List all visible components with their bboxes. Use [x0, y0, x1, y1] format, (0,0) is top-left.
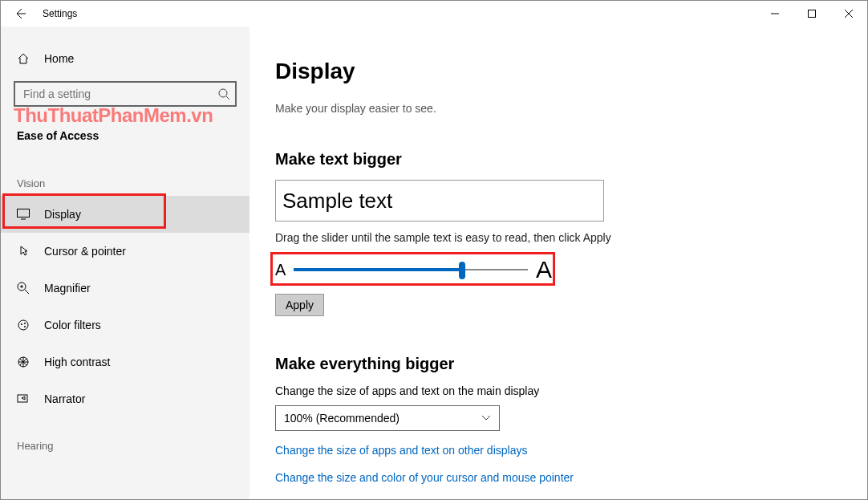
svg-line-5 — [226, 96, 229, 100]
search-box[interactable] — [14, 81, 237, 107]
slider-track[interactable] — [294, 268, 528, 271]
sidebar-item-label: Magnifier — [44, 282, 91, 295]
back-button[interactable] — [1, 1, 39, 26]
chevron-down-icon — [481, 413, 491, 424]
section-make-everything-bigger-heading: Make everything bigger — [275, 355, 867, 373]
slider-max-label: A — [536, 256, 552, 283]
sidebar-item-label: Cursor & pointer — [44, 245, 126, 258]
sidebar-item-label: High contrast — [44, 356, 110, 368]
sidebar-item-narrator[interactable]: Narrator — [1, 380, 249, 417]
sidebar-item-color-filters[interactable]: Color filters — [1, 307, 249, 343]
sidebar-item-label: Display — [44, 208, 81, 221]
scale-dropdown-value: 100% (Recommended) — [284, 412, 400, 425]
apply-button[interactable]: Apply — [275, 294, 324, 316]
search-input[interactable] — [15, 83, 235, 105]
sidebar-item-high-contrast[interactable]: High contrast — [1, 343, 249, 380]
window-title: Settings — [43, 8, 77, 19]
link-other-displays[interactable]: Change the size of apps and text on othe… — [275, 444, 867, 457]
magnifier-icon — [17, 282, 30, 295]
content-area: Display Make your display easier to see.… — [249, 26, 867, 499]
maximize-icon — [808, 10, 816, 18]
slider-track-rest — [462, 269, 528, 270]
sidebar: Home ThuThuatPhanMem.vn Ease of Access V… — [1, 26, 249, 499]
minimize-icon — [771, 10, 779, 18]
sidebar-item-label: Color filters — [44, 319, 101, 331]
sidebar-item-display[interactable]: Display — [1, 196, 249, 233]
link-cursor-pointer[interactable]: Change the size and color of your cursor… — [275, 471, 867, 484]
slider-help-text: Drag the slider until the sample text is… — [275, 231, 867, 244]
close-button[interactable] — [830, 1, 867, 26]
svg-line-9 — [25, 290, 29, 294]
svg-rect-6 — [18, 209, 30, 217]
search-icon — [217, 87, 230, 104]
section-make-text-bigger-heading: Make text bigger — [275, 150, 867, 169]
group-vision-label: Vision — [1, 155, 249, 196]
cursor-icon — [17, 245, 30, 258]
svg-point-14 — [24, 323, 26, 324]
page-title: Display — [275, 59, 867, 84]
minimize-button[interactable] — [756, 1, 793, 26]
maximize-button[interactable] — [793, 1, 830, 26]
section2-subtitle: Change the size of apps and text on the … — [275, 384, 867, 397]
page-subtitle: Make your display easier to see. — [275, 102, 867, 115]
svg-point-4 — [219, 89, 227, 97]
group-hearing-label: Hearing — [1, 417, 249, 458]
category-title: Ease of Access — [1, 107, 249, 155]
scale-dropdown[interactable]: 100% (Recommended) — [275, 405, 500, 431]
home-nav[interactable]: Home — [1, 44, 249, 73]
sidebar-item-cursor[interactable]: Cursor & pointer — [1, 233, 249, 270]
close-icon — [845, 10, 853, 18]
color-filters-icon — [17, 319, 30, 331]
text-size-slider[interactable]: A A — [275, 254, 552, 286]
svg-point-12 — [18, 320, 28, 330]
slider-min-label: A — [275, 261, 286, 279]
sidebar-item-label: Narrator — [44, 392, 85, 405]
svg-point-13 — [21, 323, 22, 325]
svg-point-15 — [24, 326, 26, 327]
home-label: Home — [44, 52, 74, 65]
titlebar: Settings — [1, 1, 867, 26]
home-icon — [17, 52, 30, 65]
back-arrow-icon — [14, 7, 26, 20]
display-icon — [17, 209, 30, 220]
high-contrast-icon — [17, 356, 30, 368]
slider-track-fill — [294, 268, 462, 271]
sidebar-item-magnifier[interactable]: Magnifier — [1, 270, 249, 307]
narrator-icon — [17, 392, 30, 405]
sample-text-preview: Sample text — [275, 180, 604, 222]
slider-thumb[interactable] — [459, 262, 465, 279]
svg-rect-1 — [809, 10, 816, 18]
